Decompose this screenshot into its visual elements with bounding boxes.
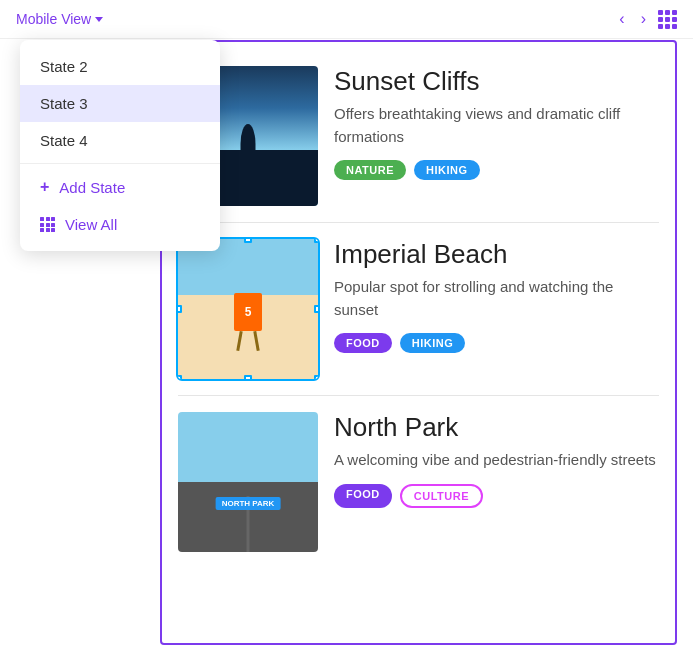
- grid-dot: [658, 24, 663, 29]
- tag-hiking: HIKING: [400, 333, 466, 353]
- top-bar: Mobile View ‹ ›: [0, 0, 693, 39]
- dropdown-item-state2[interactable]: State 2: [20, 48, 220, 85]
- sunset-cliffs-description: Offers breathtaking views and dramatic c…: [334, 103, 659, 148]
- screen: Mobile View ‹ › State 2 State 3: [0, 0, 693, 661]
- tower-body: 5: [234, 293, 262, 331]
- view-all-grid-icon: [40, 217, 55, 232]
- handle-top-mid[interactable]: [244, 239, 252, 243]
- nav-prev-button[interactable]: ‹: [615, 8, 628, 30]
- mobile-view-button[interactable]: Mobile View: [16, 11, 103, 27]
- location-card-sunset-cliffs: Sunset Cliffs Offers breathtaking views …: [162, 50, 675, 222]
- nav-next-button[interactable]: ›: [637, 8, 650, 30]
- grid-dot: [672, 10, 677, 15]
- dropdown-divider: [20, 163, 220, 164]
- dropdown-item-state3[interactable]: State 3: [20, 85, 220, 122]
- north-park-photo: NORTH PARK: [178, 412, 318, 552]
- imperial-beach-title: Imperial Beach: [334, 239, 659, 270]
- grid-dot: [665, 10, 670, 15]
- grid-dot: [658, 17, 663, 22]
- north-park-description: A welcoming vibe and pedestrian-friendly…: [334, 449, 659, 472]
- sunset-cliffs-title: Sunset Cliffs: [334, 66, 659, 97]
- north-park-title: North Park: [334, 412, 659, 443]
- imperial-beach-photo: 5: [178, 239, 318, 379]
- plus-icon: +: [40, 178, 49, 196]
- tag-culture: CULTURE: [400, 484, 483, 508]
- north-park-info: North Park A welcoming vibe and pedestri…: [334, 412, 659, 508]
- dropdown-item-state4[interactable]: State 4: [20, 122, 220, 159]
- tag-nature: NATURE: [334, 160, 406, 180]
- tower-legs: [238, 331, 258, 351]
- add-state-button[interactable]: + Add State: [20, 168, 220, 206]
- dropdown-menu: State 2 State 3 State 4 + Add State: [20, 40, 220, 251]
- tower-leg-left: [236, 331, 242, 351]
- silhouette-figure: [241, 124, 256, 164]
- chevron-down-icon: [95, 17, 103, 22]
- view-all-label: View All: [65, 216, 117, 233]
- north-park-tags: FOOD CULTURE: [334, 484, 659, 508]
- northpark-sign: NORTH PARK: [216, 497, 281, 510]
- tower-leg-right: [253, 331, 259, 351]
- handle-bottom-right[interactable]: [314, 375, 318, 379]
- grid-dot: [665, 17, 670, 22]
- sunset-cliffs-info: Sunset Cliffs Offers breathtaking views …: [334, 66, 659, 180]
- lifeguard-tower: 5: [234, 293, 262, 351]
- mobile-view-label: Mobile View: [16, 11, 91, 27]
- tag-hiking: HIKING: [414, 160, 480, 180]
- imperial-beach-tags: FOOD HIKING: [334, 333, 659, 353]
- nav-icons: ‹ ›: [615, 8, 677, 30]
- grid-dot: [672, 24, 677, 29]
- handle-bottom-mid[interactable]: [244, 375, 252, 379]
- north-park-image: NORTH PARK: [178, 412, 318, 552]
- view-all-button[interactable]: View All: [20, 206, 220, 243]
- handle-bottom-left[interactable]: [178, 375, 182, 379]
- imperial-beach-description: Popular spot for strolling and watching …: [334, 276, 659, 321]
- add-state-label: Add State: [59, 179, 125, 196]
- handle-top-right[interactable]: [314, 239, 318, 243]
- grid-view-icon[interactable]: [658, 10, 677, 29]
- state3-label: State 3: [40, 95, 88, 112]
- tag-food: FOOD: [334, 484, 392, 508]
- imperial-beach-info: Imperial Beach Popular spot for strollin…: [334, 239, 659, 353]
- location-card-imperial-beach: 5 Imperial Beach: [162, 223, 675, 395]
- state4-label: State 4: [40, 132, 88, 149]
- grid-dot: [658, 10, 663, 15]
- grid-dot: [672, 17, 677, 22]
- handle-mid-right[interactable]: [314, 305, 318, 313]
- tag-food: FOOD: [334, 333, 392, 353]
- imperial-beach-image[interactable]: 5: [178, 239, 318, 379]
- grid-dot: [665, 24, 670, 29]
- handle-mid-left[interactable]: [178, 305, 182, 313]
- sunset-cliffs-tags: NATURE HIKING: [334, 160, 659, 180]
- content-area[interactable]: Sunset Cliffs Offers breathtaking views …: [160, 40, 677, 645]
- state2-label: State 2: [40, 58, 88, 75]
- location-card-north-park: NORTH PARK North Park A welcoming vibe a…: [162, 396, 675, 568]
